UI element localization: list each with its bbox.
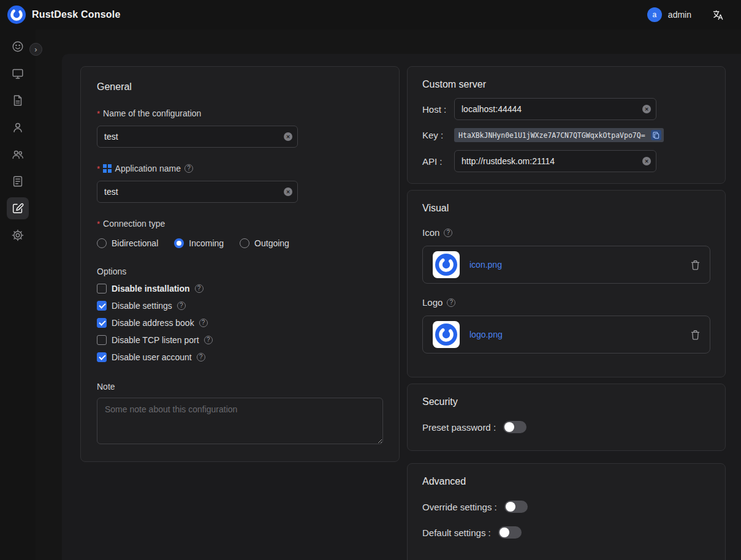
- app-name-input[interactable]: [97, 181, 298, 203]
- option-disable-tcp-listen-port: Disable TCP listen port ?: [97, 335, 383, 345]
- app-name-field-wrap: ✕: [97, 181, 298, 203]
- api-input[interactable]: [454, 150, 656, 172]
- custom-server-card: Custom server Host : ✕ Key : HtaXBkJNHyn…: [407, 66, 726, 184]
- sidebar-expand-button[interactable]: ›: [29, 43, 42, 56]
- help-icon[interactable]: ?: [184, 164, 193, 173]
- logo-label: Logo: [422, 297, 443, 308]
- sidebar-item-devices[interactable]: [7, 62, 29, 85]
- checkbox[interactable]: [97, 335, 107, 345]
- required-asterisk: *: [97, 219, 100, 229]
- radio-dot: [174, 238, 184, 248]
- checkbox-label: Disable settings: [112, 301, 172, 311]
- sidebar-item-dashboard[interactable]: [7, 36, 29, 58]
- copy-icon[interactable]: [651, 130, 661, 140]
- brand: RustDesk Console: [7, 6, 121, 24]
- clear-icon[interactable]: ✕: [642, 157, 651, 165]
- key-value-chip: HtaXBkJNHyn0e1U1jWXze7A7CN7QTGWqxkOtpaVp…: [454, 128, 664, 142]
- toggle-knob: [504, 422, 514, 432]
- clear-icon[interactable]: ✕: [284, 187, 292, 196]
- logo-file-link[interactable]: logo.png: [469, 330, 503, 339]
- help-icon[interactable]: ?: [199, 319, 208, 327]
- host-label: Host :: [422, 104, 454, 115]
- rustdesk-logo-icon: [7, 6, 26, 24]
- option-disable-user-account: Disable user account ?: [97, 352, 383, 362]
- username[interactable]: admin: [668, 10, 691, 20]
- checkbox[interactable]: [97, 284, 107, 293]
- api-label: API :: [422, 156, 454, 167]
- app-name-label: Application name: [115, 164, 181, 173]
- radio-dot: [240, 238, 249, 248]
- trash-icon[interactable]: [691, 330, 700, 340]
- key-label: Key :: [422, 130, 454, 140]
- sidebar-item-settings[interactable]: [7, 224, 29, 246]
- help-icon[interactable]: ?: [197, 353, 205, 361]
- override-settings-label: Override settings :: [422, 502, 497, 512]
- checkbox[interactable]: [97, 318, 107, 328]
- override-settings-toggle[interactable]: [504, 501, 528, 513]
- default-settings-toggle[interactable]: [498, 526, 522, 539]
- preset-password-label: Preset password :: [422, 422, 496, 433]
- radio-label: Outgoing: [254, 238, 289, 248]
- checkbox[interactable]: [97, 301, 107, 311]
- help-icon[interactable]: ?: [447, 298, 455, 307]
- sidebar-item-documents[interactable]: [7, 89, 29, 112]
- sidebar-item-custom-client[interactable]: [7, 197, 29, 219]
- icon-thumbnail: [433, 251, 460, 278]
- host-field-wrap: ✕: [454, 98, 656, 120]
- gear-icon: [11, 229, 25, 242]
- icon-label-row: Icon ?: [422, 227, 710, 238]
- icon-file-link[interactable]: icon.png: [469, 260, 502, 270]
- config-name-label: Name of the configuration: [103, 108, 201, 118]
- preset-password-toggle[interactable]: [503, 421, 526, 433]
- config-name-field-wrap: ✕: [97, 126, 298, 148]
- app-title: RustDesk Console: [32, 9, 121, 20]
- journal-icon: [11, 175, 25, 188]
- toggle-knob: [506, 502, 515, 512]
- visual-title: Visual: [422, 203, 710, 214]
- clear-icon[interactable]: ✕: [642, 105, 651, 113]
- preset-password-row: Preset password :: [422, 421, 710, 433]
- required-asterisk: *: [97, 109, 100, 118]
- translate-icon[interactable]: [712, 9, 724, 21]
- help-icon[interactable]: ?: [204, 336, 213, 344]
- checkbox-label: Disable installation: [112, 284, 190, 293]
- key-row: Key : HtaXBkJNHyn0e1U1jWXze7A7CN7QTGWqxk…: [422, 128, 710, 142]
- checkbox[interactable]: [97, 352, 107, 362]
- sidebar-item-audit-log[interactable]: [7, 170, 29, 192]
- help-icon[interactable]: ?: [195, 284, 203, 293]
- radio-incoming[interactable]: Incoming: [174, 238, 224, 248]
- icon-file-box: icon.png: [422, 246, 710, 284]
- visual-card: Visual Icon ? icon.png: [407, 190, 726, 377]
- chevron-right-icon: ›: [34, 45, 37, 53]
- trash-icon[interactable]: [691, 260, 700, 270]
- clear-icon[interactable]: ✕: [284, 132, 292, 141]
- connection-type-label-row: * Connection type: [97, 219, 383, 229]
- logo-file-box: logo.png: [422, 316, 710, 354]
- api-row: API : ✕: [422, 150, 710, 172]
- note-textarea[interactable]: [97, 398, 383, 444]
- sidebar: [0, 29, 36, 560]
- sidebar-item-users[interactable]: [7, 116, 29, 138]
- key-value: HtaXBkJNHyn0e1U1jWXze7A7CN7QTGWqxkOtpaVp…: [458, 131, 648, 140]
- radio-outgoing[interactable]: Outgoing: [240, 238, 289, 248]
- note-label: Note: [97, 382, 383, 392]
- host-input[interactable]: [454, 98, 656, 120]
- help-icon[interactable]: ?: [177, 301, 186, 310]
- advanced-card: Advanced Override settings : Default set…: [407, 463, 726, 560]
- main-content: General * Name of the configuration ✕ * …: [62, 54, 741, 560]
- document-icon: [11, 94, 25, 107]
- general-card: General * Name of the configuration ✕ * …: [80, 66, 400, 462]
- smile-icon: [11, 40, 25, 53]
- default-settings-label: Default settings :: [422, 528, 491, 538]
- help-icon[interactable]: ?: [444, 229, 452, 237]
- logo-thumbnail: [433, 321, 460, 348]
- edit-icon: [11, 202, 25, 215]
- config-name-input[interactable]: [97, 126, 298, 148]
- option-disable-settings: Disable settings ?: [97, 301, 383, 311]
- connection-type-label: Connection type: [103, 219, 165, 229]
- sidebar-item-groups[interactable]: [7, 143, 29, 165]
- monitor-icon: [11, 67, 25, 80]
- avatar[interactable]: a: [647, 7, 662, 22]
- radio-bidirectional[interactable]: Bidirectional: [97, 238, 158, 248]
- radio-label: Incoming: [189, 238, 224, 248]
